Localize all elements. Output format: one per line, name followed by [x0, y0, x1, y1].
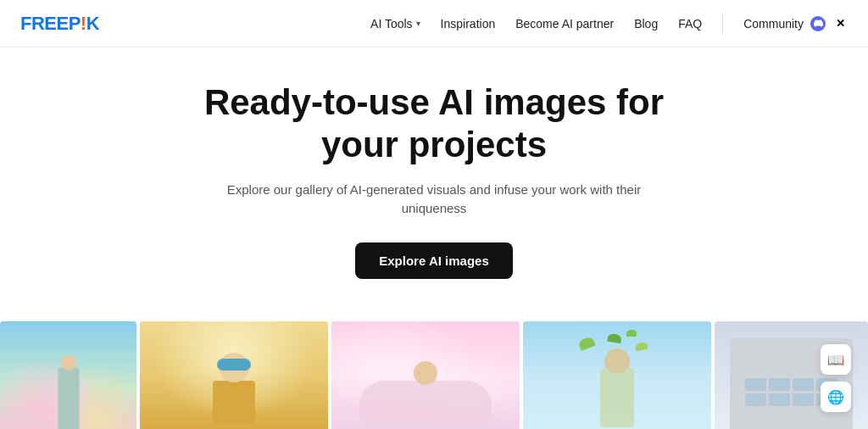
nav-divider: [722, 14, 723, 34]
logo[interactable]: FREEP!K: [20, 13, 99, 35]
globe-icon-button[interactable]: 🌐: [821, 382, 851, 412]
nav-faq[interactable]: FAQ: [678, 17, 702, 31]
gallery-item-butterfly[interactable]: [523, 321, 711, 429]
nav-become-partner[interactable]: Become AI partner: [515, 17, 614, 31]
nav-links: AI Tools ▾ Inspiration Become AI partner…: [370, 14, 848, 34]
book-icon: 📖: [827, 352, 844, 368]
nav-blog[interactable]: Blog: [634, 17, 658, 31]
gallery-item-flowers[interactable]: [0, 321, 136, 429]
explore-button[interactable]: Explore AI images: [355, 242, 513, 279]
x-twitter-icon[interactable]: ✕: [832, 16, 848, 31]
nav-ai-tools[interactable]: AI Tools ▾: [370, 17, 420, 31]
chevron-down-icon: ▾: [416, 19, 420, 28]
navbar: FREEP!K AI Tools ▾ Inspiration Become AI…: [0, 0, 868, 47]
nav-inspiration[interactable]: Inspiration: [441, 17, 496, 31]
bottom-icons: 📖 🌐: [821, 344, 851, 412]
nav-community: Community ✕: [743, 16, 848, 31]
hero-title: Ready-to-use AI images for your projects: [171, 81, 697, 167]
hero-subtitle: Explore our gallery of AI-generated visu…: [214, 181, 654, 219]
gallery-row-1: [0, 321, 868, 429]
hero-section: Ready-to-use AI images for your projects…: [0, 47, 868, 304]
book-icon-button[interactable]: 📖: [821, 344, 851, 375]
gallery-section: AMERICABURGER: [0, 321, 868, 429]
gallery-item-clouds[interactable]: [331, 321, 520, 429]
gallery-item-vr[interactable]: [140, 321, 328, 429]
discord-icon[interactable]: [810, 16, 826, 31]
globe-icon: 🌐: [827, 389, 844, 405]
community-label[interactable]: Community: [743, 17, 804, 31]
